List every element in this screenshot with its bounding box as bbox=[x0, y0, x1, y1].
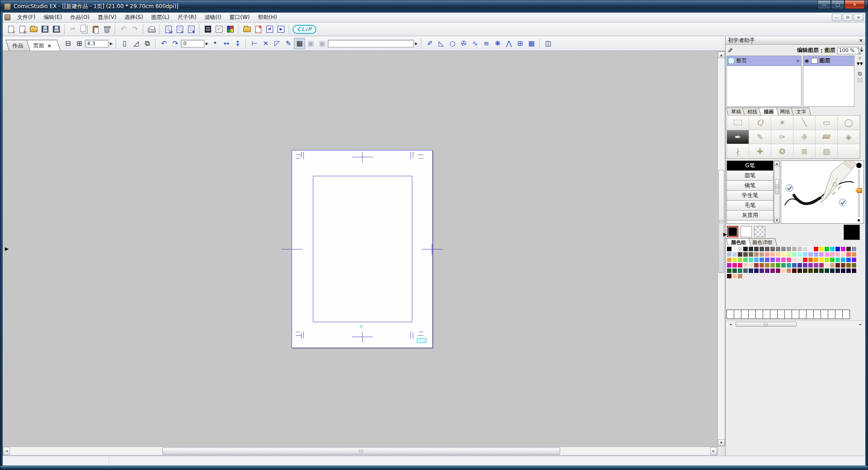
move-top-icon[interactable]: ▲▲ bbox=[857, 46, 863, 50]
page-item-row[interactable]: 整页 ▶ bbox=[727, 56, 801, 66]
palette-swatch-r1c23[interactable] bbox=[846, 246, 851, 252]
eraser-tool[interactable] bbox=[816, 130, 838, 145]
palette-swatch-r2c11[interactable] bbox=[781, 252, 786, 257]
tab-text[interactable]: 文字 bbox=[791, 108, 811, 115]
palette-swatch-r5c4[interactable] bbox=[743, 268, 748, 273]
palette-swatch-r1c10[interactable] bbox=[775, 246, 781, 252]
custom-color-cell[interactable] bbox=[755, 310, 763, 319]
move-up-icon[interactable]: ▲ bbox=[859, 51, 862, 55]
palette-swatch-r4c24[interactable] bbox=[851, 263, 857, 268]
open-button[interactable] bbox=[28, 24, 39, 35]
fit-corner-button[interactable]: ◿ bbox=[130, 38, 142, 49]
palette-swatch-r4c17[interactable] bbox=[813, 263, 819, 268]
tab-color-group[interactable]: 颜色组 bbox=[726, 238, 751, 246]
palette-swatch-r3c23[interactable] bbox=[846, 257, 851, 263]
palette-swatch-r3c24[interactable] bbox=[851, 257, 857, 263]
new-from-template-button[interactable]: ↻ bbox=[17, 24, 28, 35]
ruler-parallel-button[interactable]: ≡ bbox=[481, 38, 492, 49]
flip-vertical-button[interactable]: ↕ bbox=[232, 38, 243, 49]
palette-swatch-r2c12[interactable] bbox=[786, 252, 792, 257]
rotate-angle-input[interactable]: 0 bbox=[181, 40, 204, 47]
undo-button[interactable]: ↶ bbox=[118, 24, 129, 35]
comic-page[interactable]: 0 bbox=[292, 150, 433, 348]
eyedropper-tool[interactable]: ∤ bbox=[727, 144, 749, 159]
palette-swatch-r5c3[interactable] bbox=[737, 268, 743, 273]
pen-item-灰度用[interactable]: 灰度用 bbox=[727, 211, 773, 221]
palette-swatch-r3c15[interactable] bbox=[802, 257, 808, 263]
palette-swatch-r5c15[interactable] bbox=[802, 268, 808, 273]
palette-swatch-r5c19[interactable] bbox=[824, 268, 830, 273]
palette-swatch-r5c14[interactable] bbox=[797, 268, 802, 273]
palette-swatch-r3c21[interactable] bbox=[835, 257, 840, 263]
custom-color-cell[interactable] bbox=[821, 310, 828, 319]
tab-draw[interactable]: 描画 bbox=[759, 108, 779, 115]
palette-swatch-r4c13[interactable] bbox=[792, 263, 797, 268]
palette-swatch-r3c7[interactable] bbox=[759, 257, 764, 263]
palette-swatch-r5c21[interactable] bbox=[835, 268, 840, 273]
palette-swatch-r4c19[interactable] bbox=[824, 263, 830, 268]
palette-swatch-r5c1[interactable] bbox=[726, 268, 732, 273]
palette-swatch-r1c6[interactable] bbox=[754, 246, 759, 252]
clip-web-button[interactable]: CLiP bbox=[292, 24, 317, 35]
open-work-folder-button[interactable] bbox=[241, 24, 253, 35]
palette-swatch-r1c5[interactable] bbox=[748, 246, 754, 252]
pen-item-圆笔[interactable]: 圆笔 bbox=[727, 171, 773, 181]
palette-swatch-r5c5[interactable] bbox=[748, 268, 754, 273]
palette-swatch-r4c16[interactable] bbox=[808, 263, 813, 268]
palette-swatch-r3c16[interactable] bbox=[808, 257, 813, 263]
ruler-ellipse-button[interactable]: ○ bbox=[447, 38, 458, 49]
layer-list[interactable]: ◉ 图层 bbox=[803, 56, 854, 107]
page-structure-button[interactable]: ⊟ bbox=[62, 38, 74, 49]
current-color-swatch[interactable] bbox=[844, 225, 860, 240]
palette-swatch-r1c11[interactable] bbox=[781, 246, 786, 252]
menu-layer[interactable]: 图层(L) bbox=[147, 13, 174, 22]
new-page-button[interactable]: ✦ bbox=[5, 24, 17, 35]
palette-swatch-r2c16[interactable] bbox=[808, 252, 813, 257]
panel-close-icon[interactable]: × bbox=[859, 38, 863, 43]
palette-swatch-r1c18[interactable] bbox=[819, 246, 824, 252]
palette-swatch-r5c9[interactable] bbox=[770, 268, 775, 273]
vector-edit-button[interactable]: ✎ bbox=[283, 38, 294, 49]
palette-swatch-r1c3[interactable] bbox=[737, 246, 743, 252]
magic-wand-tool[interactable]: ✶ bbox=[771, 116, 793, 130]
palette-swatch-r5c10[interactable] bbox=[775, 268, 781, 273]
layers-palette-button[interactable] bbox=[202, 24, 213, 35]
pen-item-学生笔[interactable]: 学生笔 bbox=[727, 191, 773, 201]
palette-swatch-r3c1[interactable] bbox=[726, 257, 732, 263]
palette-swatch-r1c15[interactable] bbox=[802, 246, 808, 252]
expand-arrow-icon[interactable]: ▶ bbox=[797, 59, 800, 63]
palette-swatch-r3c22[interactable] bbox=[840, 257, 846, 263]
palette-swatch-r4c11[interactable] bbox=[781, 263, 786, 268]
scroll-left-arrow[interactable]: ◄ bbox=[3, 447, 10, 455]
ruler-perspective-button[interactable]: ⋀ bbox=[503, 38, 514, 49]
custom-color-cell[interactable] bbox=[835, 310, 843, 319]
palette-swatch-r2c2[interactable] bbox=[732, 252, 737, 257]
palette-swatch-r6c3[interactable] bbox=[737, 273, 743, 279]
palette-swatch-r3c5[interactable] bbox=[748, 257, 754, 263]
menu-ruler[interactable]: 尺子(R) bbox=[174, 13, 201, 22]
palette-swatch-r5c22[interactable] bbox=[840, 268, 846, 273]
new-layer-icon[interactable]: ⧉ bbox=[858, 71, 862, 76]
palette-swatch-r1c12[interactable] bbox=[786, 246, 792, 252]
select-launcher-button[interactable]: ◸ bbox=[271, 38, 283, 49]
palette-swatch-r2c15[interactable] bbox=[802, 252, 808, 257]
doc-tab-page[interactable]: 页面× bbox=[26, 40, 61, 51]
palette-swatch-r2c22[interactable] bbox=[840, 252, 846, 257]
ruler-radial-button[interactable]: ❋ bbox=[492, 38, 503, 49]
tab-color-detail[interactable]: 颜色详细 bbox=[747, 238, 778, 246]
save-button[interactable] bbox=[39, 24, 51, 35]
close-button[interactable]: ✕ bbox=[844, 0, 865, 9]
canvas-horizontal-scrollbar[interactable]: ◄ ► ||| bbox=[3, 446, 717, 456]
canvas-vertical-scrollbar[interactable]: ▲ ▼ ||| bbox=[717, 51, 725, 446]
pencil-tool[interactable]: ✎ bbox=[749, 130, 771, 145]
palette-swatch-r4c21[interactable] bbox=[835, 263, 840, 268]
palette-swatch-r4c14[interactable] bbox=[797, 263, 802, 268]
selection-combo[interactable] bbox=[328, 40, 414, 47]
palette-swatch-r4c3[interactable] bbox=[737, 263, 743, 268]
palette-swatch-r1c13[interactable] bbox=[792, 246, 797, 252]
palette-swatch-r1c7[interactable] bbox=[759, 246, 764, 252]
palette-swatch-r5c20[interactable] bbox=[830, 268, 835, 273]
palette-swatch-r3c19[interactable] bbox=[824, 257, 830, 263]
page-structure-list[interactable]: 整页 ▶ bbox=[726, 56, 802, 107]
palette-swatch-r3c11[interactable] bbox=[781, 257, 786, 263]
